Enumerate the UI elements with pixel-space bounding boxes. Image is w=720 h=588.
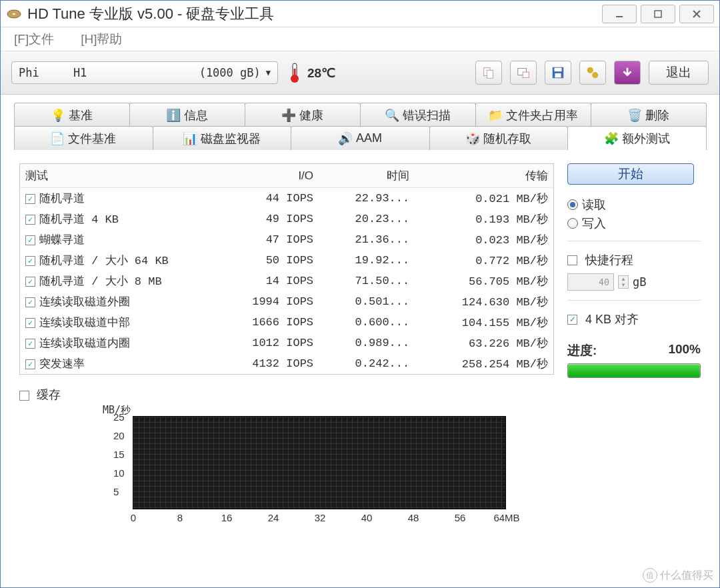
row-checkbox[interactable]: [25, 318, 35, 328]
table-row[interactable]: 突发速率4132 IOPS0.242...258.254 MB/秒: [20, 353, 554, 375]
tab-随机存取[interactable]: 🎲随机存取: [429, 126, 569, 150]
tab-额外测试[interactable]: 🧩额外测试: [567, 126, 707, 150]
menu-file[interactable]: [F]文件: [14, 31, 54, 48]
drive-size: (1000 gB): [199, 66, 261, 79]
shortstroke-checkbox[interactable]: [567, 255, 577, 265]
filebench-icon: 📄: [51, 132, 64, 145]
stroke-unit: gB: [633, 275, 646, 289]
y-tick: 5: [113, 486, 119, 497]
app-icon: [6, 6, 22, 22]
table-row[interactable]: 连续读取磁道中部1666 IOPS0.600...104.155 MB/秒: [20, 312, 554, 333]
temperature-display: 28℃: [286, 62, 335, 83]
cache-label: 缓存: [37, 388, 61, 401]
read-label: 读取: [582, 197, 606, 213]
write-label: 写入: [582, 215, 606, 231]
tab-健康[interactable]: ➕健康: [245, 103, 361, 127]
tab-磁盘监视器[interactable]: 📊磁盘监视器: [153, 126, 292, 150]
x-tick: 64MB: [493, 512, 519, 523]
maximize-button[interactable]: [641, 5, 675, 23]
x-tick: 32: [315, 512, 326, 523]
table-row[interactable]: 连续读取磁道内圈1012 IOPS0.989...63.226 MB/秒: [20, 333, 554, 353]
row-checkbox[interactable]: [25, 339, 35, 349]
svg-rect-3: [655, 11, 661, 17]
x-tick: 40: [361, 512, 373, 523]
info-icon: ℹ️: [167, 109, 180, 122]
align-checkbox[interactable]: [567, 315, 577, 325]
tab-AAM[interactable]: 🔊AAM: [291, 126, 430, 150]
svg-point-1: [13, 13, 15, 15]
health-icon: ➕: [282, 109, 295, 122]
row-checkbox[interactable]: [25, 297, 35, 307]
row-checkbox[interactable]: [25, 277, 35, 287]
svg-rect-12: [523, 72, 529, 77]
extra-icon: 🧩: [605, 132, 618, 145]
row-checkbox[interactable]: [25, 359, 35, 369]
x-tick: 48: [408, 512, 419, 523]
cache-checkbox[interactable]: [19, 391, 29, 401]
table-row[interactable]: 随机寻道 4 KB49 IOPS20.23...0.193 MB/秒: [20, 209, 554, 229]
svg-rect-14: [555, 68, 562, 72]
settings-button[interactable]: [579, 61, 606, 85]
x-tick: 16: [221, 512, 233, 523]
tab-文件基准[interactable]: 📄文件基准: [14, 126, 153, 150]
svg-point-16: [587, 67, 593, 73]
row-checkbox[interactable]: [25, 235, 35, 245]
svg-point-17: [592, 72, 598, 78]
stroke-value-input: [567, 273, 614, 291]
table-row[interactable]: 随机寻道 / 大小 64 KB50 IOPS19.92...0.772 MB/秒: [20, 250, 554, 271]
window-title: HD Tune 专业版 v5.00 - 硬盘专业工具: [27, 4, 602, 24]
chevron-down-icon: ▼: [266, 68, 271, 77]
scan-icon: 🔍: [385, 109, 399, 122]
row-checkbox[interactable]: [25, 256, 35, 266]
copy-button[interactable]: [475, 61, 502, 85]
results-table: 测试 I/O 时间 传输 随机寻道44 IOPS22.93...0.021 MB…: [19, 163, 554, 375]
table-row[interactable]: 蝴蝶寻道47 IOPS21.36...0.023 MB/秒: [20, 229, 554, 250]
watermark: 值什么值得买: [643, 568, 713, 583]
thermometer-icon: [286, 62, 303, 83]
trash-icon: 🗑️: [628, 109, 641, 122]
x-tick: 8: [177, 512, 183, 523]
x-tick: 24: [268, 512, 279, 523]
start-button[interactable]: 开始: [567, 163, 694, 185]
col-transfer[interactable]: 传输: [415, 164, 553, 188]
y-tick: 15: [113, 449, 125, 460]
write-radio[interactable]: [567, 218, 578, 229]
lightbulb-icon: 💡: [51, 109, 65, 122]
close-button[interactable]: [679, 5, 714, 23]
screenshot-button[interactable]: [510, 61, 537, 85]
table-row[interactable]: 随机寻道 / 大小 8 MB14 IOPS71.50...56.705 MB/秒: [20, 271, 554, 291]
progress-bar: [567, 363, 701, 378]
exit-button[interactable]: 退出: [649, 61, 709, 85]
progress-value: 100%: [668, 342, 701, 359]
table-row[interactable]: 随机寻道44 IOPS22.93...0.021 MB/秒: [20, 188, 554, 209]
tab-基准[interactable]: 💡基准: [14, 103, 130, 127]
tab-删除[interactable]: 🗑️删除: [591, 103, 707, 127]
svg-rect-8: [294, 69, 296, 78]
row-checkbox[interactable]: [25, 215, 35, 225]
spin-up: ▲: [619, 276, 628, 282]
tab-信息[interactable]: ℹ️信息: [129, 103, 245, 127]
progress-label: 进度:: [567, 342, 597, 359]
y-tick: 25: [113, 411, 125, 423]
row-checkbox[interactable]: [25, 194, 35, 204]
col-io[interactable]: I/O: [223, 164, 319, 188]
throughput-chart: MB/秒 5101520250816243240485664MB: [133, 416, 526, 529]
col-time[interactable]: 时间: [319, 164, 415, 188]
y-tick: 20: [113, 430, 125, 441]
menu-help[interactable]: [H]帮助: [81, 31, 122, 48]
shortstroke-label: 快捷行程: [585, 252, 633, 268]
save-button[interactable]: [545, 61, 571, 85]
download-button[interactable]: [614, 61, 641, 85]
col-test[interactable]: 测试: [20, 164, 223, 188]
x-tick: 56: [455, 512, 466, 523]
table-row[interactable]: 连续读取磁道外圈1994 IOPS0.501...124.630 MB/秒: [20, 291, 554, 312]
tab-文件夹占用率[interactable]: 📁文件夹占用率: [475, 103, 591, 127]
minimize-button[interactable]: [602, 5, 637, 23]
drive-select[interactable]: Phi H1 (1000 gB) ▼: [11, 61, 278, 84]
svg-rect-10: [487, 70, 493, 78]
spin-down: ▼: [619, 282, 628, 288]
x-tick: 0: [131, 512, 136, 523]
monitor-icon: 📊: [183, 132, 197, 145]
tab-错误扫描[interactable]: 🔍错误扫描: [360, 103, 476, 127]
read-radio[interactable]: [567, 199, 578, 210]
